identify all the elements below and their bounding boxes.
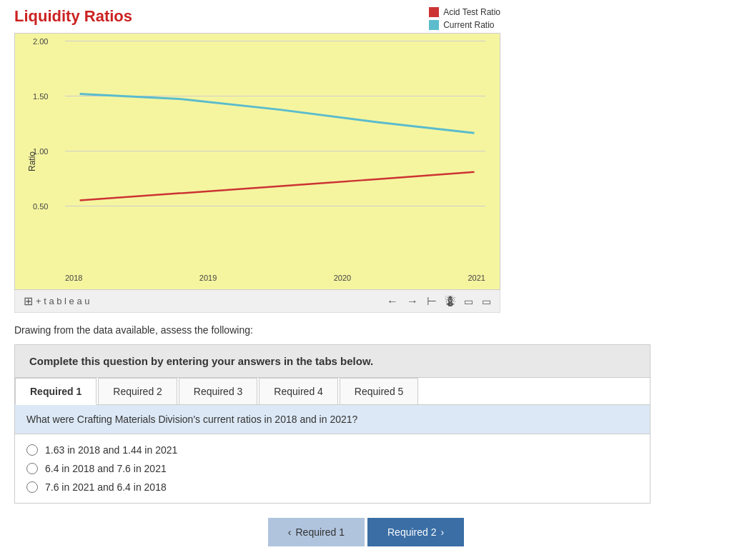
question-area: Required 1 Required 2 Required 3 Require… <box>14 378 651 504</box>
chart-title: Liquidity Ratios <box>14 7 132 26</box>
prev-arrow-icon: ‹ <box>288 526 292 538</box>
chart-section: Liquidity Ratios Acid Test Ratio Current… <box>14 7 500 313</box>
tab-required-3[interactable]: Required 3 <box>179 378 258 404</box>
legend-acid-test-label: Acid Test Ratio <box>443 7 500 17</box>
complete-box-text: Complete this question by entering your … <box>29 355 373 367</box>
y-label-050: 0.50 <box>33 202 48 211</box>
complete-box: Complete this question by entering your … <box>14 344 651 378</box>
answer-options: 1.63 in 2018 and 1.44 in 2021 6.4 in 201… <box>15 434 650 503</box>
next-button-label: Required 2 <box>387 526 437 538</box>
next-arrow-icon: › <box>441 526 445 538</box>
prev-button-label: Required 1 <box>296 526 345 538</box>
prev-button[interactable]: ‹ Required 1 <box>268 518 365 546</box>
x-label-2019: 2019 <box>199 274 217 282</box>
option-3-text: 7.6 in 2021 and 6.4 in 2018 <box>45 481 167 493</box>
tableau-grid-icon: ⊞ <box>24 294 33 308</box>
tab-required-5[interactable]: Required 5 <box>340 378 419 404</box>
next-button[interactable]: Required 2 › <box>367 518 464 546</box>
chart-svg <box>65 41 485 261</box>
chart-wrapper: Ratio 2.00 1.50 1.00 0.50 <box>14 33 500 290</box>
tableau-start-button[interactable]: ⊢ <box>427 294 437 308</box>
legend-current-ratio: Current Ratio <box>429 20 500 30</box>
chart-legend: Acid Test Ratio Current Ratio <box>429 7 500 30</box>
instructions-text: Drawing from the data available, assess … <box>14 324 718 336</box>
tableau-fullscreen-button[interactable]: ▭ <box>482 296 491 307</box>
current-ratio-color-box <box>429 20 439 30</box>
x-label-2020: 2020 <box>334 274 351 282</box>
option-2-text: 6.4 in 2018 and 7.6 in 2021 <box>45 463 167 474</box>
tableau-toolbar: ⊞ + t a b l e a u ← → ⊢ ⛇ ▭ ▭ <box>14 290 500 313</box>
y-label-150: 1.50 <box>33 92 48 101</box>
answer-option-1[interactable]: 1.63 in 2018 and 1.44 in 2021 <box>26 444 638 456</box>
y-label-100: 1.00 <box>33 147 48 156</box>
tableau-forward-button[interactable]: → <box>407 295 418 308</box>
legend-acid-test: Acid Test Ratio <box>429 7 500 17</box>
tableau-logo: ⊞ + t a b l e a u <box>24 294 90 308</box>
radio-option-2[interactable] <box>26 463 38 474</box>
x-label-2018: 2018 <box>65 274 82 282</box>
current-ratio-line <box>80 94 475 134</box>
question-content: What were Crafting Materials Division's … <box>26 414 357 425</box>
tableau-back-button[interactable]: ← <box>387 295 398 308</box>
radio-option-1[interactable] <box>26 444 38 456</box>
tabs-container[interactable]: Required 1 Required 2 Required 3 Require… <box>15 378 650 405</box>
nav-buttons: ‹ Required 1 Required 2 › <box>14 518 718 546</box>
option-1-text: 1.63 in 2018 and 1.44 in 2021 <box>45 444 177 456</box>
y-label-200: 2.00 <box>33 37 48 46</box>
acid-test-line <box>80 172 475 201</box>
chart-inner: 2.00 1.50 1.00 0.50 2018 2019 <box>65 41 485 261</box>
tableau-share-button[interactable]: ⛇ <box>445 296 455 307</box>
tab-required-4[interactable]: Required 4 <box>259 378 338 404</box>
radio-option-3[interactable] <box>26 481 38 493</box>
tab-required-1[interactable]: Required 1 <box>15 378 97 405</box>
tableau-download-button[interactable]: ▭ <box>464 296 473 307</box>
tableau-nav[interactable]: ← → ⊢ ⛇ ▭ ▭ <box>387 294 491 308</box>
tab-required-2[interactable]: Required 2 <box>98 378 177 404</box>
question-text: What were Crafting Materials Division's … <box>15 405 650 434</box>
acid-test-color-box <box>429 7 439 17</box>
tableau-logo-text: + t a b l e a u <box>36 296 90 306</box>
x-label-2021: 2021 <box>468 274 485 282</box>
legend-current-ratio-label: Current Ratio <box>443 20 494 30</box>
answer-option-3[interactable]: 7.6 in 2021 and 6.4 in 2018 <box>26 481 638 493</box>
x-labels: 2018 2019 2020 2021 <box>65 274 485 282</box>
answer-option-2[interactable]: 6.4 in 2018 and 7.6 in 2021 <box>26 463 638 474</box>
